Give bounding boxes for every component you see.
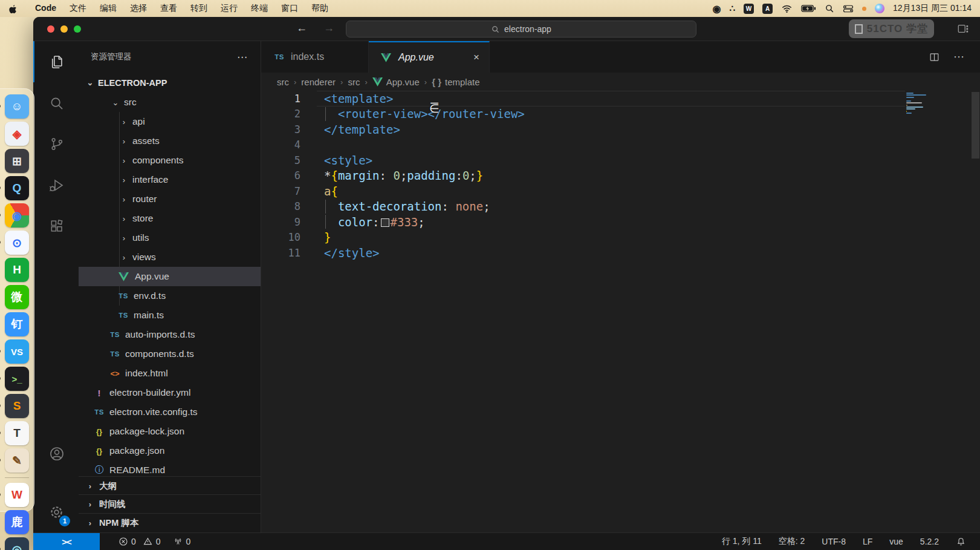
activity-account-icon[interactable] (33, 433, 79, 474)
tree-item-auto-imports.d.ts[interactable]: TSauto-imports.d.ts (79, 325, 261, 344)
code-line-8[interactable]: 8 text-decoration: none; (261, 199, 905, 215)
dock-item-tencent-meeting[interactable]: ⊙ (4, 230, 30, 255)
menubar-item-查看[interactable]: 查看 (154, 3, 184, 13)
dock-item-safari[interactable]: ◈ (4, 121, 30, 146)
remote-control-icon[interactable]: ∴ (729, 3, 735, 14)
editor-tab-index.ts[interactable]: TSindex.ts (261, 41, 369, 73)
split-editor-icon[interactable] (929, 51, 940, 63)
sidebar-section-timeline[interactable]: › 时间线 (79, 494, 261, 513)
menubar-item-终端[interactable]: 终端 (244, 3, 274, 13)
activity-settings-icon[interactable]: 1 (33, 491, 79, 532)
code-line-10[interactable]: 10} (261, 230, 905, 246)
recording-indicator-dot[interactable] (862, 7, 866, 11)
status-indentation[interactable]: 空格: 2 (773, 536, 811, 547)
status-language-mode[interactable]: vue (884, 537, 909, 546)
menubar-item-文件[interactable]: 文件 (63, 3, 93, 13)
status-vue-version[interactable]: 5.2.2 (915, 537, 944, 546)
tree-root-electron-app[interactable]: ⌄ ELECTRON-APP (79, 73, 261, 93)
breadcrumb-item-template[interactable]: { }template (432, 77, 479, 87)
code-line-3[interactable]: 3</template> (261, 122, 905, 137)
menubar-clock[interactable]: 12月13日 周三 01:14 (893, 3, 972, 14)
command-center-search[interactable]: electron-app (346, 21, 696, 38)
tree-item-router[interactable]: ›router (79, 189, 261, 209)
breadcrumb-item-renderer[interactable]: renderer (301, 77, 336, 87)
dock-item-sublime-text[interactable]: S (4, 393, 30, 419)
minimize-window-button[interactable] (60, 25, 68, 33)
sidebar-section-npm-scripts[interactable]: › NPM 脚本 (79, 513, 261, 532)
siri-icon[interactable] (875, 4, 884, 13)
tree-item-interface[interactable]: ›interface (79, 170, 261, 189)
tree-item-components[interactable]: ›components (79, 151, 261, 170)
menubar-item-编辑[interactable]: 编辑 (93, 3, 123, 13)
tree-item-utils[interactable]: ›utils (79, 228, 261, 247)
explorer-more-actions-icon[interactable]: ⋯ (237, 51, 248, 64)
screen-recording-icon[interactable]: ◉ (713, 3, 721, 15)
status-encoding[interactable]: UTF-8 (816, 537, 851, 546)
tree-item-main.ts[interactable]: TSmain.ts (79, 306, 261, 325)
dock-item-finder[interactable]: ☺ (4, 94, 30, 119)
editor-scrollbar[interactable] (972, 92, 979, 159)
code-line-4[interactable]: 4 (261, 137, 905, 153)
close-window-button[interactable] (47, 25, 54, 33)
dock-item-chrome[interactable]: ◉ (4, 203, 30, 228)
status-cursor-position[interactable]: 行 1, 列 11 (716, 536, 767, 547)
code-line-11[interactable]: 11</style> (261, 245, 905, 261)
tree-item-assets[interactable]: ›assets (79, 131, 261, 151)
ports-indicator[interactable]: 0 (167, 537, 196, 546)
menubar-item-帮助[interactable]: 帮助 (305, 3, 335, 13)
status-eol[interactable]: LF (857, 537, 878, 546)
tree-item-views[interactable]: ›views (79, 247, 261, 267)
dock-item-paint-app[interactable]: ✎ (4, 448, 30, 473)
breadcrumb-item-App.vue[interactable]: App.vue (372, 77, 420, 87)
tree-item-api[interactable]: ›api (79, 112, 261, 131)
close-tab-icon[interactable]: × (473, 51, 479, 64)
dock-item-typora[interactable]: T (4, 421, 30, 446)
breadcrumb-item-src[interactable]: src (277, 77, 289, 87)
control-center-icon[interactable] (843, 4, 854, 13)
code-line-6[interactable]: 6*{margin: 0;padding:0;} (261, 168, 905, 184)
dock-item-quicktime[interactable]: Q (4, 175, 30, 201)
spotlight-icon[interactable] (825, 4, 834, 13)
dock-item-electron[interactable]: ◎ (4, 537, 30, 550)
dock-item-wps-office[interactable]: W (4, 482, 30, 508)
activity-source-control-icon[interactable] (33, 123, 79, 165)
tree-item-App.vue[interactable]: App.vue (79, 267, 261, 286)
tree-item-package.json[interactable]: {}package.json (79, 441, 261, 460)
breadcrumb-item-src[interactable]: src (348, 77, 360, 87)
problems-indicator[interactable]: 0 0 (113, 537, 166, 546)
menubar-item-转到[interactable]: 转到 (184, 3, 214, 13)
tree-item-package-lock.json[interactable]: {}package-lock.json (79, 422, 261, 441)
code-line-9[interactable]: 9 color:#333; (261, 214, 905, 230)
code-line-7[interactable]: 7a{ (261, 183, 905, 199)
tree-item-components.d.ts[interactable]: TScomponents.d.ts (79, 344, 261, 364)
notifications-bell-icon[interactable] (950, 537, 972, 547)
zoom-window-button[interactable] (74, 25, 81, 33)
menubar-item-窗口[interactable]: 窗口 (274, 3, 305, 13)
tree-item-index.html[interactable]: <>index.html (79, 364, 261, 383)
menubar-item-运行[interactable]: 运行 (214, 3, 244, 13)
menubar-item-Code[interactable]: Code (28, 3, 63, 13)
dock-item-vscode[interactable]: VS (4, 339, 30, 364)
minimap[interactable] (906, 93, 928, 114)
tree-item-src[interactable]: ⌄src (79, 93, 261, 112)
sidebar-section-outline[interactable]: › 大纲 (79, 476, 261, 495)
apple-menu[interactable] (8, 4, 18, 14)
tree-item-store[interactable]: ›store (79, 209, 261, 228)
code-editor[interactable]: 1<template>2 <router-view></router-view>… (261, 91, 980, 532)
dock-item-deer-app[interactable]: 鹿 (4, 509, 30, 535)
color-decorator-swatch[interactable] (381, 218, 389, 227)
wifi-icon[interactable] (781, 4, 793, 13)
code-line-5[interactable]: 5<style> (261, 152, 905, 168)
activity-extensions-icon[interactable] (33, 206, 79, 247)
dock-item-dingtalk[interactable]: 钉 (4, 312, 30, 337)
code-line-2[interactable]: 2 <router-view></router-view> (261, 106, 905, 122)
navigate-forward-icon[interactable]: → (323, 22, 334, 34)
activity-search-icon[interactable] (33, 82, 79, 123)
navigate-back-icon[interactable]: ← (296, 22, 307, 34)
dock-item-launchpad[interactable]: ⊞ (4, 148, 30, 174)
battery-icon[interactable] (801, 4, 816, 13)
editor-more-actions-icon[interactable]: ⋯ (953, 50, 964, 64)
tree-item-electron.vite.config.ts[interactable]: TSelectron.vite.config.ts (79, 402, 261, 422)
activity-explorer-icon[interactable] (33, 41, 79, 82)
dock-item-wechat[interactable]: 微 (4, 284, 30, 310)
